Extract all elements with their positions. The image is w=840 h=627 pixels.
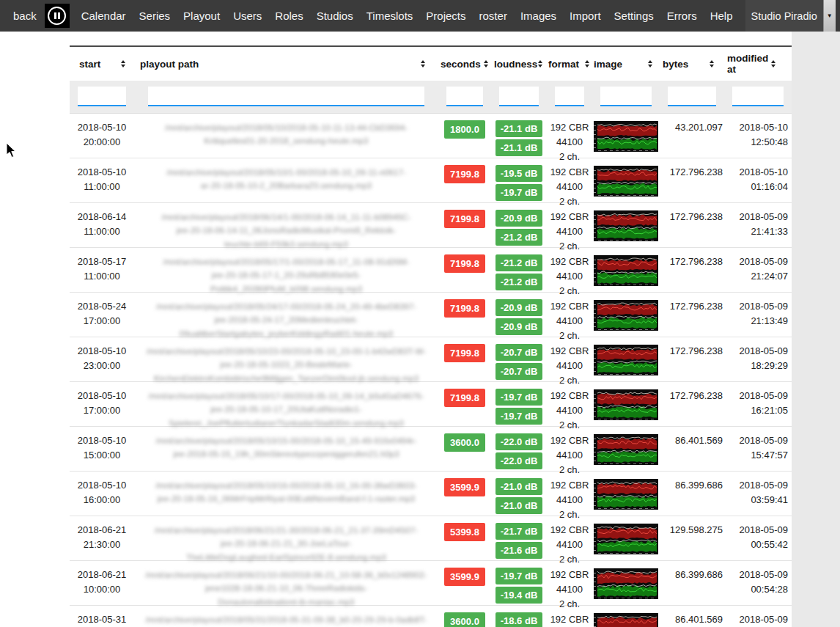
filter-input-format[interactable]	[555, 87, 584, 106]
nav-item-images[interactable]: Images	[514, 10, 563, 22]
bytes-cell: 86.401.569	[660, 612, 724, 627]
format-line: 2 ch.	[547, 463, 592, 477]
waveform-thumbnail[interactable]	[594, 434, 658, 465]
column-header-label: playout path	[140, 59, 199, 70]
path-line: Politik4_20280PfuM_b098.sendung.mp3	[144, 282, 428, 296]
path-line: /mnt/archive/playout/2018/05/31/2018-05-…	[144, 613, 428, 626]
loudness-badge: -19.5 dB	[495, 165, 542, 182]
seconds-badge: 7199.8	[444, 299, 485, 318]
nav-item-users[interactable]: Users	[226, 10, 268, 22]
column-header-format[interactable]: format	[547, 59, 592, 70]
filter-input-seconds[interactable]	[446, 87, 483, 106]
column-header-modified[interactable]: modified at	[724, 53, 792, 75]
filter-input-modified[interactable]	[732, 87, 784, 106]
waveform-thumbnail[interactable]	[594, 210, 658, 241]
column-header-loudness[interactable]: loudness	[491, 59, 547, 70]
path-line: leuchte-b69-F59k3.sendung.mp3	[144, 238, 428, 251]
loudness-cell: -19.7 dB-19.7 dB	[491, 389, 547, 426]
filter-cell-path	[134, 87, 438, 106]
waveform-thumbnail[interactable]	[594, 345, 658, 375]
filter-cell-format	[547, 87, 592, 106]
column-header-seconds[interactable]: seconds	[438, 59, 491, 70]
loudness-badge: -21.0 dB	[495, 478, 542, 495]
nav-item-calendar[interactable]: Calendar	[75, 10, 133, 22]
start-time: 11:00:00	[70, 269, 134, 284]
nav-item-errors[interactable]: Errors	[660, 10, 704, 22]
column-header-image[interactable]: image	[592, 59, 660, 70]
waveform-thumbnail[interactable]	[594, 300, 658, 331]
nav-item-roster[interactable]: roster	[473, 10, 514, 22]
image-cell	[592, 433, 660, 471]
sort-icon[interactable]	[484, 60, 488, 67]
path-line: /mnt/archive/playout/2018/05/17/1-00/201…	[144, 255, 428, 268]
seconds-cell: 7199.8	[438, 254, 491, 292]
waveform-thumbnail[interactable]	[594, 121, 658, 152]
image-cell	[592, 344, 660, 381]
sort-icon[interactable]	[710, 60, 714, 67]
nav-item-playout[interactable]: Playout	[177, 10, 226, 22]
filter-input-image[interactable]	[600, 87, 652, 106]
filter-input-bytes[interactable]	[668, 87, 716, 106]
studio-select[interactable]: Studio Piradio ▼	[745, 0, 836, 32]
modified-date: 2018-05-10	[724, 120, 788, 135]
format-line: 192 CBR	[547, 299, 592, 314]
nav-item-roles[interactable]: Roles	[268, 10, 309, 22]
sort-icon[interactable]	[121, 60, 125, 67]
waveform-thumbnail[interactable]	[594, 524, 658, 554]
start-cell: 2018-05-1023:00:00	[70, 344, 134, 381]
start-cell: 2018-05-31	[70, 612, 134, 627]
playout-path-redacted-text: /mnt/archive/playout/2018/05/17/1-00/201…	[144, 255, 428, 296]
nav-item-series[interactable]: Series	[133, 10, 177, 22]
seconds-cell: 7199.8	[438, 165, 491, 202]
waveform-thumbnail[interactable]	[594, 613, 658, 627]
format-line: 192 CBR	[547, 120, 592, 135]
column-header-start[interactable]: start	[70, 59, 134, 70]
nav-item-projects[interactable]: Projects	[419, 10, 472, 22]
modified-date: 2018-05-10	[724, 165, 788, 180]
sort-icon[interactable]	[771, 60, 775, 67]
start-date: 2018-06-21	[70, 523, 134, 538]
playout-path-cell: /mnt/archive/playout/2018/06/21/21-30/20…	[134, 523, 438, 560]
column-header-label: modified at	[727, 53, 767, 75]
seconds-badge: 3599.9	[444, 568, 485, 586]
waveform-thumbnail[interactable]	[594, 255, 658, 286]
filter-input-path[interactable]	[148, 87, 424, 106]
format-line: 2 ch.	[547, 373, 592, 388]
nav-back-link[interactable]: back	[13, 10, 43, 22]
waveform-thumbnail[interactable]	[594, 568, 658, 599]
format-line: 2 ch.	[547, 597, 592, 612]
format-line: 192 CBR	[547, 344, 592, 359]
modified-time: 21:41:33	[724, 224, 788, 239]
filter-input-start[interactable]	[78, 87, 126, 106]
path-line: Kritiquelles01-20-2018_sendung-heute.mp3	[144, 134, 428, 147]
nav-item-studios[interactable]: Studios	[310, 10, 360, 22]
piradio-logo-icon[interactable]	[45, 4, 70, 28]
modified-time: 00:54:28	[724, 582, 788, 597]
sort-icon[interactable]	[538, 60, 542, 67]
filter-cell-start	[70, 87, 134, 106]
format-line: 44100	[547, 224, 592, 239]
format-line: 2 ch.	[547, 150, 592, 164]
nav-item-settings[interactable]: Settings	[608, 10, 660, 22]
modified-time: 12:50:48	[724, 135, 788, 150]
image-cell	[592, 478, 660, 516]
column-header-label: format	[548, 59, 579, 70]
waveform-thumbnail[interactable]	[594, 389, 658, 420]
sort-icon[interactable]	[585, 60, 589, 67]
playout-path-redacted-text: /mnt/archive/playout/2018/05/10/23-00/20…	[144, 345, 428, 385]
bytes-cell: 129.598.275	[660, 523, 724, 560]
column-header-path[interactable]: playout path	[134, 59, 438, 70]
nav-item-help[interactable]: Help	[704, 10, 740, 22]
start-time: 11:00:00	[70, 180, 134, 194]
sort-icon[interactable]	[648, 60, 652, 67]
table-row: 2018-05-1016:00:00/mnt/archive/playout/2…	[70, 472, 792, 516]
waveform-thumbnail[interactable]	[594, 166, 658, 197]
waveform-thumbnail[interactable]	[594, 479, 658, 510]
nav-item-import[interactable]: Import	[563, 10, 608, 22]
chevron-down-icon[interactable]: ▼	[823, 0, 836, 32]
column-header-bytes[interactable]: bytes	[660, 59, 724, 70]
playout-path-redacted-text: /mnt/archive/playout/2018/05/24/17-00/20…	[144, 300, 428, 340]
nav-item-timeslots[interactable]: Timeslots	[360, 10, 420, 22]
filter-input-loudness[interactable]	[499, 87, 539, 106]
sort-icon[interactable]	[421, 60, 425, 67]
